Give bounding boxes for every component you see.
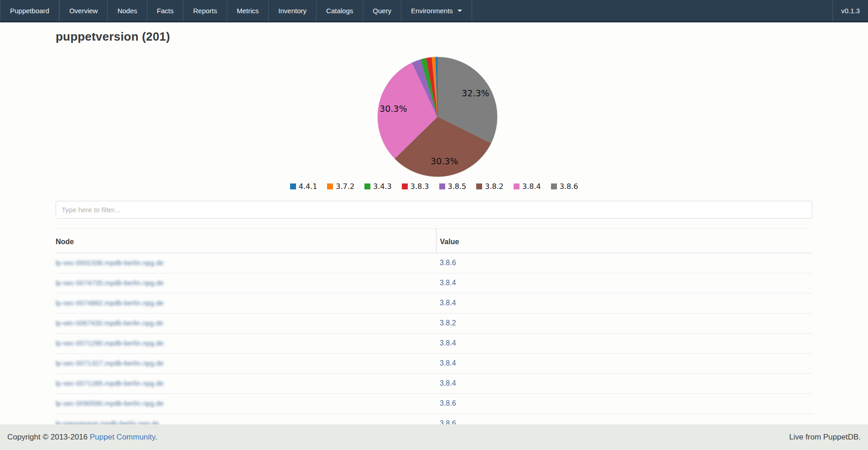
table-body: lp-sec-0002336.mpdb-berlin.npg.de3.8.6lp… [56, 253, 812, 434]
node-cell: lp-sec-0002336.mpdb-berlin.npg.de [56, 253, 436, 273]
legend-item-4.4.1: 4.4.1 [290, 182, 317, 191]
table-row: lp-sec-0074735.mpdb-berlin.npg.de3.8.4 [56, 273, 812, 293]
fact-value-link[interactable]: 3.8.4 [440, 359, 456, 367]
legend-label: 3.8.6 [560, 182, 578, 191]
top-navbar: Puppetboard OverviewNodesFactsReportsMet… [0, 0, 868, 22]
nav-item-metrics[interactable]: Metrics [227, 0, 269, 21]
node-link-redacted[interactable]: lp-sec-0090590.mpdb-berlin.npg.de [56, 399, 164, 407]
legend-swatch-icon [514, 183, 520, 189]
legend-swatch-icon [290, 183, 296, 189]
footer-copyright: Copyright © 2013-2016 Puppet Community. [7, 433, 157, 442]
legend-label: 3.8.5 [448, 182, 467, 191]
version-label: v0.1.3 [841, 7, 860, 15]
node-cell: lp-sec-0074735.mpdb-berlin.npg.de [56, 273, 436, 293]
legend-label: 3.4.3 [373, 182, 392, 191]
column-header-value: Value [436, 229, 812, 253]
nav-item-reports[interactable]: Reports [183, 0, 227, 21]
legend-label: 3.7.2 [336, 182, 354, 191]
value-cell: 3.8.4 [436, 354, 812, 374]
node-cell: lp-sec-0071327.mpdb-berlin.npg.de [56, 354, 436, 374]
legend-label: 3.8.2 [485, 182, 504, 191]
value-cell: 3.8.4 [436, 273, 812, 293]
nav-brand-label: Puppetboard [10, 7, 49, 15]
filter-input[interactable] [56, 201, 812, 219]
nav-items-container: OverviewNodesFactsReportsMetricsInventor… [59, 0, 401, 21]
nav-brand-puppetboard[interactable]: Puppetboard [0, 0, 59, 21]
legend-label: 4.4.1 [299, 182, 317, 191]
fact-value-table: Node Value lp-sec-0002336.mpdb-berlin.np… [56, 228, 812, 434]
nav-item-facts[interactable]: Facts [147, 0, 184, 21]
legend-item-3.8.5: 3.8.5 [439, 182, 467, 191]
table-row: lp-sec-0071285.mpdb-berlin.npg.de3.8.4 [56, 374, 812, 394]
pie-percentage-label: 30.3% [431, 156, 458, 166]
node-cell: lp-sec-0090590.mpdb-berlin.npg.de [56, 394, 436, 414]
table-row: lp-sec-0002336.mpdb-berlin.npg.de3.8.6 [56, 253, 812, 273]
page-title: puppetversion (201) [56, 30, 812, 44]
table-row: lp-sec-0074882.mpdb-berlin.npg.de3.8.4 [56, 293, 812, 314]
value-cell: 3.8.2 [436, 314, 812, 334]
node-link-redacted[interactable]: lp-sec-0002336.mpdb-berlin.npg.de [56, 259, 164, 267]
legend-item-3.8.3: 3.8.3 [402, 182, 429, 191]
table-header: Node Value [56, 229, 812, 253]
pie-percentage-label: 32.3% [462, 88, 489, 98]
footer-status: Live from PuppetDB. [789, 433, 861, 442]
legend-swatch-icon [551, 183, 557, 189]
fact-value-link[interactable]: 3.8.2 [440, 319, 456, 327]
nav-item-query[interactable]: Query [363, 0, 401, 21]
value-cell: 3.8.4 [436, 374, 812, 394]
value-cell: 3.8.6 [436, 394, 812, 414]
nav-item-overview[interactable]: Overview [59, 0, 108, 21]
value-cell: 3.8.4 [436, 293, 812, 314]
fact-value-link[interactable]: 3.8.4 [440, 299, 456, 307]
fact-value-link[interactable]: 3.8.6 [440, 259, 456, 267]
environments-label: Environments [411, 7, 453, 15]
legend-item-3.7.2: 3.7.2 [327, 182, 354, 191]
fact-value-link[interactable]: 3.8.6 [440, 399, 456, 407]
copyright-suffix: . [155, 433, 157, 441]
table-row: lp-win-0067430.mpdb-berlin.npg.de3.8.2 [56, 314, 812, 334]
nav-item-inventory[interactable]: Inventory [269, 0, 317, 21]
legend-swatch-icon [439, 183, 445, 189]
node-link-redacted[interactable]: lp-sec-0074882.mpdb-berlin.npg.de [56, 299, 164, 307]
value-cell: 3.8.4 [436, 334, 812, 354]
fact-value-link[interactable]: 3.8.4 [440, 339, 456, 347]
node-link-redacted[interactable]: lp-win-0067430.mpdb-berlin.npg.de [56, 319, 163, 327]
node-link-redacted[interactable]: lp-sec-0071290.mpdb-berlin.npg.de [56, 339, 164, 347]
nav-item-catalogs[interactable]: Catalogs [317, 0, 363, 21]
legend-item-3.8.2: 3.8.2 [476, 182, 504, 191]
pie-chart-svg: 32.3%30.3%30.3% [337, 53, 538, 178]
puppet-community-link[interactable]: Puppet Community [90, 433, 155, 441]
chevron-down-icon [457, 10, 462, 12]
pie-percentage-label: 30.3% [379, 104, 407, 114]
nav-item-nodes[interactable]: Nodes [108, 0, 147, 21]
node-link-redacted[interactable]: lp-sec-0071327.mpdb-berlin.npg.de [56, 359, 164, 367]
table-row: lp-sec-0071290.mpdb-berlin.npg.de3.8.4 [56, 334, 812, 354]
main-content: puppetversion (201) 32.3%30.3%30.3% 4.4.… [0, 30, 868, 434]
legend-item-3.8.6: 3.8.6 [551, 182, 578, 191]
column-header-node: Node [56, 229, 436, 253]
legend-item-3.4.3: 3.4.3 [364, 182, 392, 191]
legend-swatch-icon [476, 183, 482, 189]
legend-label: 3.8.4 [522, 182, 541, 191]
node-cell: lp-sec-0071285.mpdb-berlin.npg.de [56, 374, 436, 394]
copyright-text: Copyright © 2013-2016 [7, 433, 90, 441]
fact-value-link[interactable]: 3.8.4 [440, 279, 456, 287]
legend-swatch-icon [402, 183, 408, 189]
node-cell: lp-sec-0071290.mpdb-berlin.npg.de [56, 334, 436, 354]
table-row: lp-sec-0090590.mpdb-berlin.npg.de3.8.6 [56, 394, 812, 414]
nav-item-environments[interactable]: Environments [401, 0, 472, 21]
legend-item-3.8.4: 3.8.4 [514, 182, 541, 191]
nav-spacer [472, 0, 832, 21]
node-cell: lp-win-0067430.mpdb-berlin.npg.de [56, 314, 436, 334]
legend-swatch-icon [327, 183, 333, 189]
node-cell: lp-sec-0074882.mpdb-berlin.npg.de [56, 293, 436, 314]
node-link-redacted[interactable]: lp-sec-0071285.mpdb-berlin.npg.de [56, 379, 164, 387]
pie-chart: 32.3%30.3%30.3% [337, 53, 538, 178]
node-link-redacted[interactable]: lp-sec-0074735.mpdb-berlin.npg.de [56, 279, 164, 287]
table-row: lp-sec-0071327.mpdb-berlin.npg.de3.8.4 [56, 354, 812, 374]
version-badge: v0.1.3 [832, 0, 868, 21]
chart-legend: 4.4.13.7.23.4.33.8.33.8.53.8.23.8.43.8.6 [56, 182, 812, 191]
legend-swatch-icon [364, 183, 370, 189]
fact-value-link[interactable]: 3.8.4 [440, 379, 456, 387]
value-cell: 3.8.6 [436, 253, 812, 273]
